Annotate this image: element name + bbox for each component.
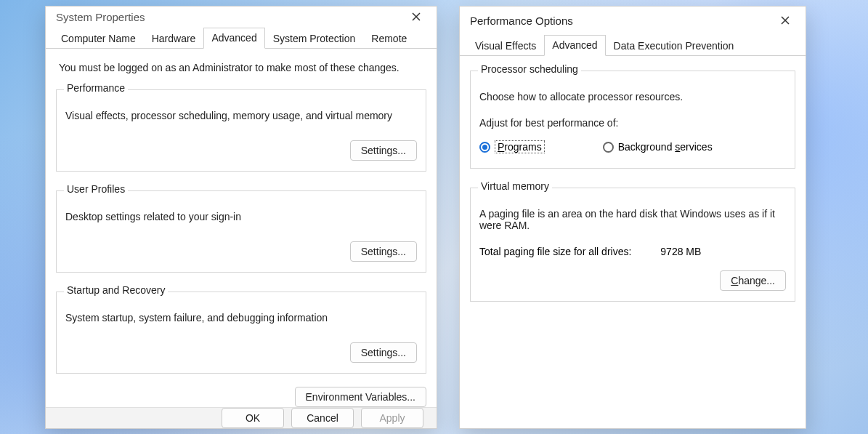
- startup-recovery-settings-button[interactable]: Settings...: [350, 342, 417, 363]
- radio-dot-icon: [479, 142, 490, 153]
- change-button[interactable]: Change...: [720, 270, 786, 291]
- startup-recovery-legend: Startup and Recovery: [64, 284, 168, 296]
- cancel-button[interactable]: Cancel: [291, 408, 354, 428]
- total-paging-label: Total paging file size for all drives:: [479, 246, 631, 257]
- processor-scheduling-group: Processor scheduling Choose how to alloc…: [470, 65, 795, 169]
- performance-group: Performance Visual effects, processor sc…: [56, 84, 426, 172]
- performance-options-window: Performance Options Visual Effects Advan…: [459, 6, 806, 429]
- virtual-memory-group: Virtual memory A paging file is an area …: [470, 182, 795, 302]
- titlebar: System Properties: [46, 7, 437, 27]
- close-icon[interactable]: [406, 7, 426, 27]
- close-icon[interactable]: [775, 10, 795, 31]
- radio-background-services[interactable]: Background services: [603, 141, 713, 153]
- virtual-memory-desc: A paging file is an area on the hard dis…: [479, 208, 786, 231]
- apply-button[interactable]: Apply: [361, 408, 423, 428]
- tab-dep[interactable]: Data Execution Prevention: [606, 36, 742, 56]
- tab-strip: Visual Effects Advanced Data Execution P…: [460, 34, 806, 56]
- user-profiles-legend: User Profiles: [64, 183, 128, 195]
- user-profiles-settings-button[interactable]: Settings...: [350, 241, 417, 262]
- startup-recovery-group: Startup and Recovery System startup, sys…: [56, 286, 426, 374]
- titlebar: Performance Options: [460, 7, 806, 34]
- adjust-label: Adjust for best performance of:: [479, 117, 786, 129]
- admin-note: You must be logged on as an Administrato…: [59, 62, 423, 73]
- client-area: Processor scheduling Choose how to alloc…: [460, 56, 806, 428]
- tab-hardware[interactable]: Hardware: [144, 28, 204, 49]
- user-profiles-desc: Desktop settings related to your sign-in: [65, 211, 417, 222]
- ok-button[interactable]: OK: [222, 408, 284, 428]
- virtual-memory-legend: Virtual memory: [478, 180, 552, 192]
- tab-remote[interactable]: Remote: [363, 28, 415, 49]
- radio-programs-label: Programs: [495, 140, 545, 153]
- client-area: You must be logged on as an Administrato…: [46, 49, 437, 407]
- performance-desc: Visual effects, processor scheduling, me…: [65, 110, 417, 121]
- window-title: System Properties: [56, 11, 145, 23]
- tab-visual-effects[interactable]: Visual Effects: [467, 36, 544, 56]
- radio-background-label: Background services: [618, 141, 713, 153]
- tab-computer-name[interactable]: Computer Name: [53, 28, 144, 49]
- processor-scheduling-desc: Choose how to allocate processor resourc…: [479, 91, 786, 103]
- tab-advanced[interactable]: Advanced: [544, 35, 605, 56]
- tab-strip: Computer Name Hardware Advanced System P…: [46, 27, 437, 49]
- user-profiles-group: User Profiles Desktop settings related t…: [56, 185, 426, 273]
- startup-recovery-desc: System startup, system failure, and debu…: [65, 312, 417, 324]
- dialog-footer: OK Cancel Apply: [46, 407, 437, 428]
- window-title: Performance Options: [470, 15, 573, 27]
- processor-scheduling-legend: Processor scheduling: [478, 63, 581, 75]
- performance-legend: Performance: [64, 82, 128, 94]
- tab-advanced[interactable]: Advanced: [203, 28, 264, 49]
- performance-settings-button[interactable]: Settings...: [350, 140, 417, 161]
- system-properties-window: System Properties Computer Name Hardware…: [45, 6, 437, 429]
- total-paging-value: 9728 MB: [660, 246, 701, 257]
- radio-programs[interactable]: Programs: [479, 140, 545, 153]
- environment-variables-button[interactable]: Environment Variables...: [295, 387, 426, 407]
- tab-system-protection[interactable]: System Protection: [265, 28, 364, 49]
- radio-dot-icon: [603, 142, 614, 153]
